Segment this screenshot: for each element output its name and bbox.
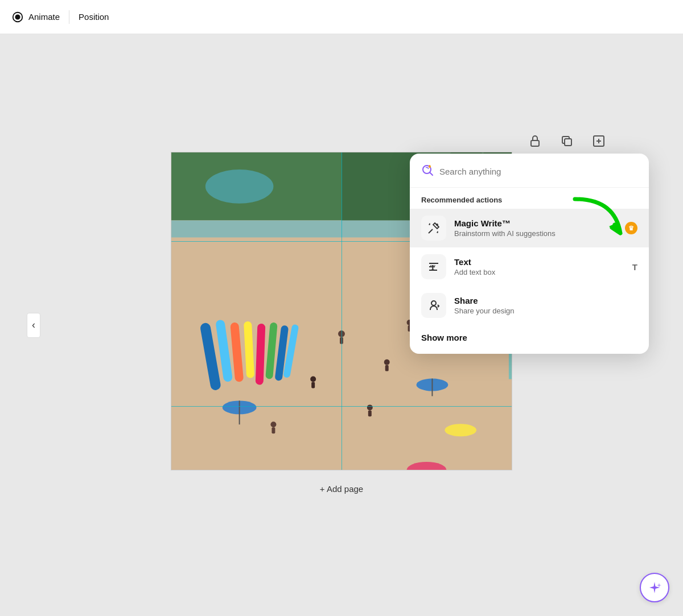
animate-icon: [11, 11, 24, 23]
svg-point-32: [310, 377, 316, 382]
svg-text:T: T: [430, 263, 435, 271]
svg-rect-37: [368, 410, 372, 416]
popup-search-bar: [410, 154, 649, 188]
share-item-text: Share Share your design: [454, 296, 637, 315]
svg-point-38: [270, 421, 276, 427]
svg-point-47: [429, 166, 431, 168]
svg-rect-31: [385, 365, 389, 371]
share-icon: [421, 293, 446, 318]
svg-line-46: [430, 173, 433, 176]
text-item[interactable]: T Text Add text box T: [410, 247, 649, 286]
svg-rect-2: [531, 140, 539, 146]
lock-icon[interactable]: [525, 131, 545, 151]
popup-section-title: Recommended actions: [410, 188, 649, 209]
text-item-title: Text: [454, 257, 624, 267]
magic-write-title: Magic Write™: [454, 218, 617, 228]
magic-write-subtitle: Brainstorm with AI suggestions: [454, 229, 617, 238]
share-item-title: Share: [454, 296, 637, 305]
animate-label: Animate: [28, 12, 60, 22]
toolbar-divider: [69, 10, 69, 24]
svg-rect-3: [565, 139, 571, 146]
canvas-prev-arrow[interactable]: ‹: [27, 313, 40, 338]
animate-button[interactable]: Animate: [11, 11, 60, 23]
search-input[interactable]: [439, 167, 637, 176]
add-page-button[interactable]: + Add page: [308, 479, 375, 498]
crown-badge: ♛: [625, 222, 637, 234]
magic-write-item[interactable]: Magic Write™ Brainstorm with AI suggesti…: [410, 209, 649, 247]
svg-point-27: [445, 424, 476, 436]
position-label: Position: [79, 12, 109, 22]
share-item-subtitle: Share your design: [454, 307, 637, 315]
svg-point-36: [367, 404, 373, 410]
magic-write-icon: [421, 216, 446, 241]
position-button[interactable]: Position: [79, 12, 109, 22]
magic-sparkle-button[interactable]: [640, 573, 669, 602]
text-shortcut: T: [632, 262, 637, 272]
svg-point-50: [431, 301, 436, 305]
svg-point-30: [384, 359, 390, 365]
svg-rect-39: [271, 427, 275, 433]
svg-point-48: [437, 224, 438, 225]
canvas-top-icons: [525, 131, 609, 151]
search-popup: Recommended actions Magic Write™ Brainst…: [410, 154, 649, 354]
magic-write-text: Magic Write™ Brainstorm with AI suggesti…: [454, 218, 617, 238]
ai-search-icon: [421, 164, 434, 179]
svg-rect-33: [311, 382, 315, 388]
share-item[interactable]: Share Share your design: [410, 286, 649, 325]
guide-line-v1: [342, 152, 342, 470]
duplicate-icon[interactable]: [557, 131, 577, 151]
toolbar: Animate Position: [0, 0, 683, 34]
main-area: ‹: [0, 34, 683, 616]
svg-point-1: [15, 15, 19, 19]
text-item-subtitle: Add text box: [454, 268, 624, 276]
svg-point-8: [205, 169, 274, 204]
show-more-button[interactable]: Show more: [410, 325, 649, 354]
add-frame-icon[interactable]: [589, 131, 609, 151]
text-item-text: Text Add text box: [454, 257, 624, 276]
text-icon: T: [421, 254, 446, 279]
